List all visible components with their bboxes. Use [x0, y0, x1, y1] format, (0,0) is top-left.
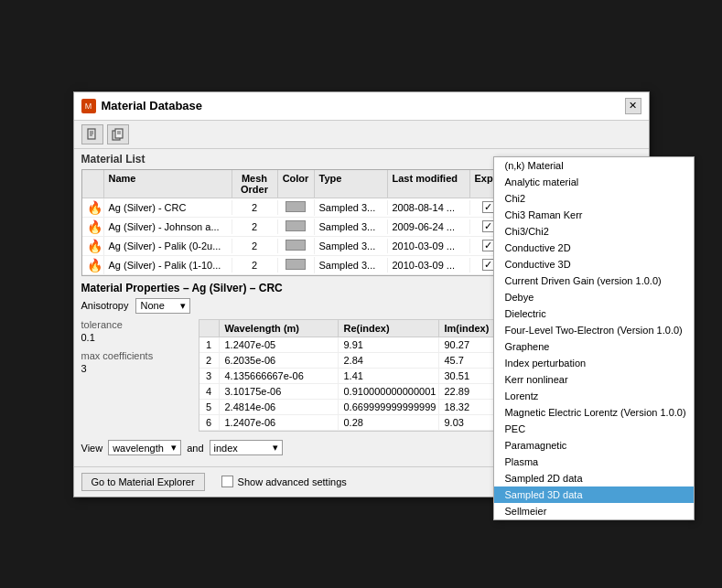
material-type: Sampled 3... [315, 239, 388, 253]
material-icon: 🔥 [87, 239, 102, 253]
dropdown-item-debye[interactable]: Debye [494, 289, 694, 305]
dropdown-item-conductive2d[interactable]: Conductive 2D [494, 240, 694, 256]
view-index-select[interactable]: index ▾ [210, 440, 283, 455]
material-icon: 🔥 [87, 219, 102, 234]
dropdown-item-fourlevel[interactable]: Four-Level Two-Electron (Version 1.0.0) [494, 322, 694, 338]
chevron-down-icon: ▾ [273, 442, 278, 454]
go-material-explorer-button[interactable]: Go to Material Explorer [81, 473, 205, 491]
max-coefficients-value: 3 [81, 363, 191, 374]
color-swatch [286, 240, 306, 251]
dropdown-item-indexpert[interactable]: Index perturbation [494, 355, 694, 371]
add-dropdown-menu: (n,k) Material Analytic material Chi2 Ch… [493, 156, 695, 520]
dropdown-item-chi3chi2[interactable]: Chi3/Chi2 [494, 223, 694, 240]
color-swatch [286, 201, 306, 212]
last-modified: 2009-06-24 ... [388, 219, 470, 234]
material-type: Sampled 3... [315, 219, 388, 234]
anisotropy-select[interactable]: None ▾ [135, 298, 190, 314]
dropdown-item-sampled3d[interactable]: Sampled 3D data [494, 486, 694, 503]
copy-button[interactable] [107, 124, 129, 144]
material-name: Ag (Silver) - Palik (1-10... [104, 258, 232, 273]
show-advanced-label: Show advanced settings [238, 476, 347, 487]
dropdown-item-currentdriven[interactable]: Current Driven Gain (version 1.0.0) [494, 273, 694, 289]
dropdown-item-sampled2d[interactable]: Sampled 2D data [494, 470, 694, 486]
material-type: Sampled 3... [315, 200, 388, 215]
material-name: Ag (Silver) - Palik (0-2u... [104, 239, 232, 253]
view-label: View [81, 443, 103, 454]
mesh-order: 2 [232, 258, 278, 273]
dropdown-item-sellmeier[interactable]: Sellmeier [494, 503, 694, 519]
material-name: Ag (Silver) - Johnson a... [104, 219, 232, 234]
last-modified: 2010-03-09 ... [388, 239, 470, 253]
mesh-order: 2 [232, 219, 278, 234]
dropdown-item-conductive3d[interactable]: Conductive 3D [494, 256, 694, 273]
title-bar: M Material Database ✕ [74, 92, 649, 121]
chevron-down-icon: ▾ [171, 442, 177, 454]
max-coefficients-label: max coefficients [81, 350, 191, 361]
close-button[interactable]: ✕ [625, 98, 641, 114]
dropdown-item-chi3raman[interactable]: Chi3 Raman Kerr [494, 207, 694, 223]
tolerance-value: 0.1 [81, 332, 191, 343]
dropdown-item-nk[interactable]: (n,k) Material [494, 157, 694, 174]
material-icon: 🔥 [87, 200, 102, 215]
dropdown-item-lorentz[interactable]: Lorentz [494, 388, 694, 404]
last-modified: 2008-08-14 ... [388, 200, 470, 215]
mesh-order: 2 [232, 200, 278, 215]
last-modified: 2010-03-09 ... [388, 258, 470, 273]
and-label: and [187, 443, 203, 454]
show-advanced-checkbox[interactable] [221, 476, 233, 487]
dropdown-item-plasma[interactable]: Plasma [494, 454, 694, 470]
dialog-title: Material Database [102, 99, 203, 112]
dialog-icon: M [81, 99, 96, 113]
new-button[interactable] [81, 124, 103, 144]
mesh-order: 2 [232, 239, 278, 253]
anisotropy-label: Anisotropy [81, 300, 129, 311]
tolerance-label: tolerance [81, 319, 191, 330]
color-swatch [286, 259, 306, 270]
material-icon: 🔥 [87, 258, 102, 273]
properties-left: tolerance 0.1 max coefficients 3 [81, 319, 191, 432]
material-type: Sampled 3... [315, 258, 388, 273]
dropdown-item-chi2[interactable]: Chi2 [494, 190, 694, 207]
color-swatch [286, 220, 306, 231]
dropdown-item-analytic[interactable]: Analytic material [494, 174, 694, 190]
show-advanced-row: Show advanced settings [221, 476, 347, 487]
dropdown-item-paramagnetic[interactable]: Paramagnetic [494, 437, 694, 454]
dropdown-item-dielectric[interactable]: Dielectric [494, 305, 694, 322]
toolbar [74, 121, 649, 149]
dialog: M Material Database ✕ Material List Name… [73, 91, 650, 497]
dropdown-item-pec[interactable]: PEC [494, 421, 694, 437]
max-coefficients-row: max coefficients 3 [81, 350, 191, 374]
tolerance-row: tolerance 0.1 [81, 319, 191, 343]
dropdown-item-kerrnonlinear[interactable]: Kerr nonlinear [494, 371, 694, 388]
view-wavelength-select[interactable]: wavelength ▾ [108, 440, 181, 455]
chevron-down-icon: ▾ [180, 300, 186, 312]
dropdown-item-magelectric[interactable]: Magnetic Electric Lorentz (Version 1.0.0… [494, 404, 694, 421]
material-name: Ag (Silver) - CRC [104, 200, 232, 215]
dropdown-item-graphene[interactable]: Graphene [494, 338, 694, 355]
